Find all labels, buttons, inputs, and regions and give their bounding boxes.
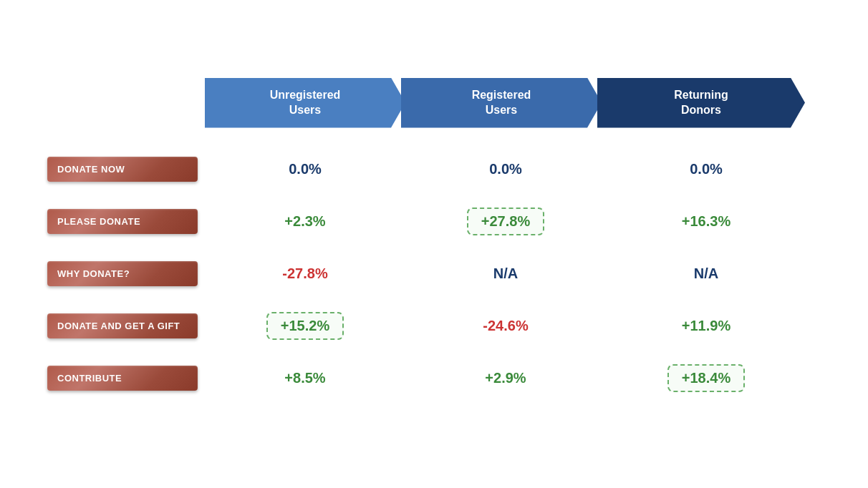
row-label: PLEASE DONATE [47, 209, 198, 234]
cell-value: +2.9% [472, 366, 539, 391]
cell-value: 0.0% [476, 157, 535, 182]
cell-value: N/A [681, 261, 731, 286]
cell-value: +11.9% [669, 313, 743, 338]
table-cell: +15.2% [205, 312, 405, 340]
cell-value: N/A [481, 261, 531, 286]
row-label: CONTRIBUTE [47, 366, 198, 391]
label-button[interactable]: DONATE AND GET A GIFT [47, 313, 198, 338]
header-col1: Unregistered Users [205, 78, 405, 128]
cell-value: +27.8% [467, 208, 544, 235]
table-row: WHY DONATE?-27.8%N/AN/A [47, 254, 821, 293]
table-row: DONATE AND GET A GIFT+15.2%-24.6%+11.9% [47, 306, 821, 346]
table-cell: N/A [405, 261, 606, 286]
cell-value: 0.0% [276, 157, 334, 182]
header-col3: Returning Donors [597, 78, 805, 128]
table-row: PLEASE DONATE+2.3%+27.8%+16.3% [47, 202, 821, 241]
table-cell: +27.8% [405, 208, 606, 235]
data-table: DONATE NOW0.0%0.0%0.0%PLEASE DONATE+2.3%… [47, 150, 821, 398]
table-cell: +2.3% [205, 209, 405, 234]
main-container: Unregistered Users Registered Users Retu… [40, 64, 828, 425]
row-label: DONATE NOW [47, 157, 198, 182]
table-cell: +8.5% [205, 366, 405, 391]
table-cell: 0.0% [405, 157, 606, 182]
table-cell: +16.3% [606, 209, 806, 234]
label-button[interactable]: PLEASE DONATE [47, 209, 198, 234]
label-button[interactable]: WHY DONATE? [47, 261, 198, 286]
table-cell: -27.8% [205, 261, 405, 286]
cell-value: -24.6% [470, 313, 541, 338]
table-cell: +2.9% [405, 366, 606, 391]
table-row: CONTRIBUTE+8.5%+2.9%+18.4% [47, 358, 821, 398]
cell-value: +16.3% [669, 209, 743, 234]
cell-value: -27.8% [269, 261, 340, 286]
table-row: DONATE NOW0.0%0.0%0.0% [47, 150, 821, 189]
row-label: WHY DONATE? [47, 261, 198, 286]
label-button[interactable]: DONATE NOW [47, 157, 198, 182]
table-cell: N/A [606, 261, 806, 286]
cell-value: +18.4% [667, 364, 745, 392]
header-col2: Registered Users [401, 78, 602, 128]
header-row: Unregistered Users Registered Users Retu… [205, 78, 821, 128]
cell-value: +15.2% [266, 312, 344, 340]
table-cell: +18.4% [606, 364, 806, 392]
table-cell: -24.6% [405, 313, 606, 338]
table-cell: +11.9% [606, 313, 806, 338]
table-cell: 0.0% [205, 157, 405, 182]
cell-value: 0.0% [677, 157, 736, 182]
cell-value: +2.3% [271, 209, 338, 234]
table-cell: 0.0% [606, 157, 806, 182]
row-label: DONATE AND GET A GIFT [47, 313, 198, 338]
label-button[interactable]: CONTRIBUTE [47, 366, 198, 391]
cell-value: +8.5% [271, 366, 338, 391]
